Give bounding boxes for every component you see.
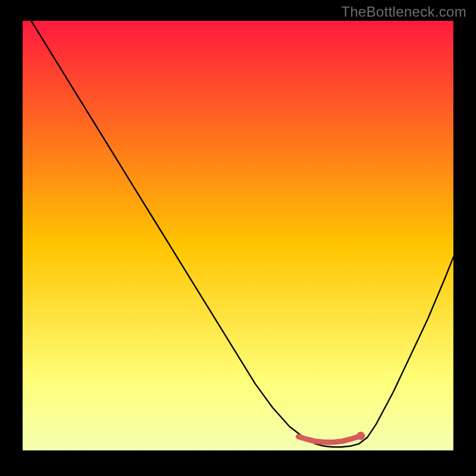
- bottleneck-chart: [23, 21, 453, 450]
- optimum-marker-dot: [356, 432, 365, 440]
- gradient-backdrop: [23, 21, 453, 450]
- plot-area: [23, 21, 453, 450]
- watermark-text: TheBottleneck.com: [341, 4, 466, 20]
- chart-frame: TheBottleneck.com: [0, 0, 476, 476]
